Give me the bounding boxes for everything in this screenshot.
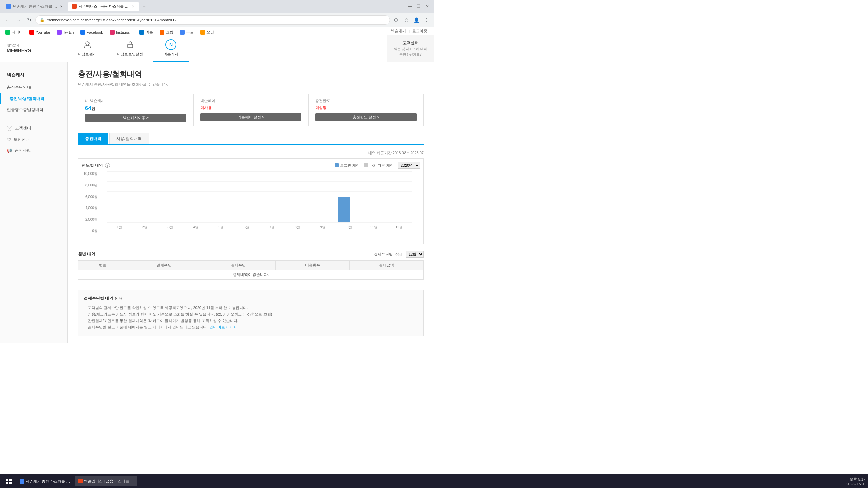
question-icon: ? [7, 126, 12, 131]
sidebar-item-charge-info[interactable]: 충전수단안내 [0, 82, 67, 93]
sidebar-item-charge-history[interactable]: 충전/사용/철회내역 [0, 93, 67, 104]
taskbar-item-2[interactable]: 넥슨멤버스 | 금융 마스터를 … [75, 476, 137, 486]
new-tab-button[interactable]: + [140, 2, 148, 11]
bar-october-login [338, 197, 350, 222]
taskbar-item-1[interactable]: 넥슨캐시 충전 마스터를 … [16, 476, 73, 486]
content-tabs: 충전내역 사용/철회내역 [78, 133, 424, 145]
month-select[interactable]: 1월2월3월4월 5월6월7월8월 9월10월11월12월 [406, 251, 424, 258]
summary-cards: 내 넥슨캐시 64원 넥슨캐시이용 > 넥슨페이 미사용 넥슨페이 설정 > 충… [78, 94, 424, 126]
logo-area: NEXON MEMBERS [0, 35, 68, 62]
page-title: 충전/사용/철회내역 [78, 69, 424, 79]
tab-2[interactable]: 넥슨멤버스 | 금융 마스터를 … ✕ [68, 2, 139, 11]
chart-info-icon[interactable]: i [105, 163, 110, 168]
nexonpay-btn[interactable]: 넥슨페이 설정 > [200, 113, 302, 121]
svg-text:10월: 10월 [344, 225, 352, 229]
profile-icon[interactable]: 👤 [412, 15, 421, 25]
tab-title-1: 넥손캐시 충전 마스터를 … [13, 4, 57, 9]
bookmark-naver[interactable]: 네이버 [3, 29, 25, 35]
y-label-8000: 8,000원 [82, 183, 97, 188]
nav-info[interactable]: 내정보관리 [68, 35, 107, 62]
chart-area-wrapper: 1월 2월 3월 4월 5월 6월 7월 8월 9월 10월 11월 12월 [82, 171, 420, 240]
bookmark-nexon-label: 넥슨 [145, 29, 153, 35]
charge-limit-btn[interactable]: 충전한도 설정 > [315, 113, 417, 121]
year-select[interactable]: 2020년 2021년 2022년 2023년 2019년 2018년 [398, 162, 420, 169]
monthly-title: 월별 내역 [78, 251, 95, 257]
y-label-10000: 10,000원 [82, 171, 97, 176]
tab-charge[interactable]: 충전내역 [78, 133, 108, 144]
sidebar: 넥슨캐시 충전수단안내 충전/사용/철회내역 현금영수증발행내역 ? 고객센터 … [0, 62, 68, 343]
sidebar-customer-center[interactable]: ? 고객센터 [0, 123, 67, 134]
notice-box: 결제수단별 내역 안내 고객님의 결제수단 한도를 확인하실 수 있도록 제공되… [78, 290, 424, 336]
month-section: 월별 내역 결제수단별 상세 1월2월3월4월 5월6월7월8월 9월10월11… [78, 251, 424, 280]
sidebar-notices[interactable]: 📢 공지사항 [0, 145, 67, 156]
address-bar[interactable]: 🔒 member.nexon.com/cash/chargelist.aspx?… [35, 15, 390, 25]
detail-label: 상세 [395, 252, 403, 257]
bookmark-shopping[interactable]: 쇼핑 [157, 29, 176, 35]
start-button[interactable] [3, 476, 15, 486]
svg-text:9월: 9월 [320, 225, 326, 229]
tab-1[interactable]: 넥손캐시 충전 마스터를 … ✕ [3, 2, 67, 11]
nav-nexoncash-label: 넥슨캐시 [163, 52, 178, 57]
nexoncash-amount: 64 [85, 105, 91, 111]
bookmark-icon[interactable]: ☆ [401, 15, 411, 25]
bookmark-nexon[interactable]: 넥슨 [137, 29, 156, 35]
google-favicon [180, 30, 185, 35]
logout-link[interactable]: 로그아웃 [412, 28, 427, 34]
svg-text:4월: 4월 [193, 225, 198, 229]
tab-favicon-1 [6, 4, 11, 9]
tab-close-1[interactable]: ✕ [59, 4, 64, 9]
browser-chrome: 넥손캐시 충전 마스터를 … ✕ 넥슨멤버스 | 금융 마스터를 … ✕ + —… [0, 0, 434, 27]
nav-info-label: 내정보관리 [78, 52, 97, 57]
legend-login-dot [335, 163, 339, 167]
nexoncash-icon: N [165, 39, 176, 50]
bookmark-youtube[interactable]: YouTube [27, 29, 53, 35]
restore-button[interactable]: ❐ [414, 2, 422, 11]
svg-text:1월: 1월 [117, 225, 122, 229]
th-payment: 결제수단 [127, 261, 201, 270]
bookmark-facebook-label: Facebook [86, 30, 103, 34]
svg-text:3월: 3월 [167, 225, 173, 229]
svg-point-0 [86, 42, 89, 45]
bookmark-twitch[interactable]: Twitch [54, 29, 76, 35]
legend-login-label: 로그인 계정 [340, 163, 360, 168]
notice-item-4: 결제수단별 한도 기준에 대해서는 별도 페이지에서 안내드리고 있습니다. 안… [84, 324, 418, 330]
notice-list: 고객님의 결제수단 한도를 확인하실 수 있도록 제공되고있으나, 2020년 … [84, 305, 418, 330]
th-number: 번호 [78, 261, 127, 270]
back-button[interactable]: ← [3, 15, 12, 25]
payment-label: 결제수단별 [374, 252, 393, 257]
th-amount: 결제금액 [350, 261, 424, 270]
tab-close-2[interactable]: ✕ [131, 4, 135, 9]
sidebar-item-gift[interactable]: 현금영수증발행내역 [0, 104, 67, 116]
bookmark-morning[interactable]: 모닝 [198, 29, 217, 35]
forward-button[interactable]: → [14, 15, 23, 25]
minimize-button[interactable]: — [406, 2, 414, 11]
y-label-4000: 4,000원 [82, 206, 97, 210]
svg-rect-21 [9, 479, 12, 481]
bookmark-instagram-label: Instagram [116, 30, 133, 34]
taskbar-label-2: 넥슨멤버스 | 금융 마스터를 … [84, 479, 134, 484]
nav-security[interactable]: 내정보보안설정 [107, 35, 153, 62]
month-filter-row: 월별 내역 결제수단별 상세 1월2월3월4월 5월6월7월8월 9월10월11… [78, 251, 424, 258]
tab-use-cancel[interactable]: 사용/철회내역 [109, 133, 149, 144]
bookmark-google[interactable]: 구글 [177, 29, 196, 35]
nav-nexoncash[interactable]: N 넥슨캐시 [153, 35, 189, 62]
separator: | [409, 29, 410, 33]
notice-link[interactable]: 안내 바로가기 > [209, 325, 236, 329]
extensions-icon[interactable]: ⬡ [391, 15, 401, 25]
instagram-favicon [110, 30, 115, 35]
bookmark-morning-label: 모닝 [206, 29, 214, 35]
card-nexon-pay: 넥슨페이 미사용 넥슨페이 설정 > [194, 94, 309, 126]
menu-icon[interactable]: ⋮ [422, 15, 431, 25]
th-usage-count: 이용횟수 [275, 261, 350, 270]
legend-other-dot [364, 163, 368, 167]
shield-icon: 🛡 [7, 137, 11, 142]
bookmark-facebook[interactable]: Facebook [78, 29, 105, 35]
nav-support[interactable]: 고객센터 넥슨 및 서비스에 대해 궁금하신가요? [387, 35, 434, 62]
taskbar-label-1: 넥슨캐시 충전 마스터를 … [26, 479, 70, 484]
close-button[interactable]: ✕ [423, 2, 431, 11]
nexoncash-btn[interactable]: 넥슨캐시이용 > [85, 114, 186, 122]
refresh-button[interactable]: ↻ [24, 15, 34, 25]
sidebar-security-center[interactable]: 🛡 보안센터 [0, 134, 67, 145]
bookmark-instagram[interactable]: Instagram [107, 29, 135, 35]
svg-text:2월: 2월 [142, 225, 147, 229]
